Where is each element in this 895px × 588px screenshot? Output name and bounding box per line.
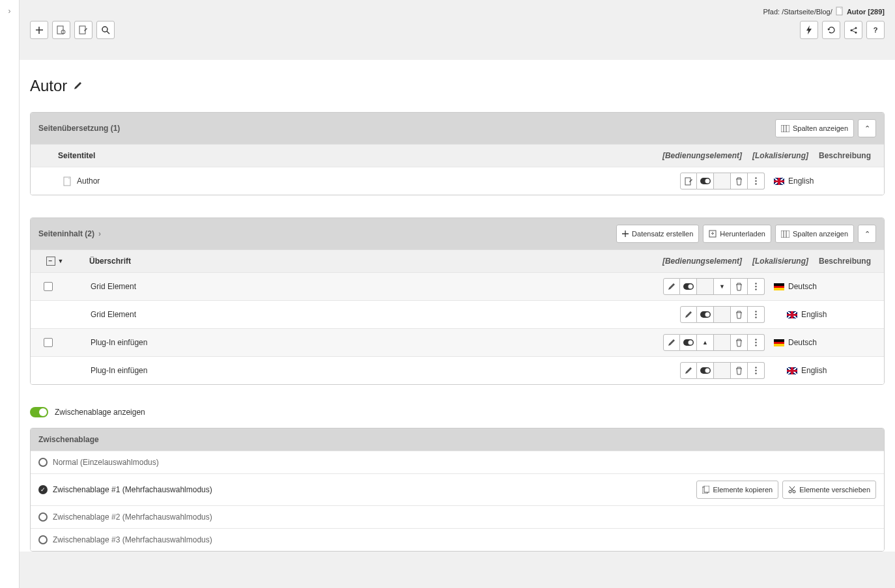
- chevron-up-icon: ⌃: [864, 124, 870, 133]
- clipboard-option[interactable]: Normal (Einzelauswahlmodus): [31, 451, 884, 473]
- refresh-button[interactable]: [822, 21, 840, 39]
- edit-button[interactable]: [680, 306, 697, 323]
- row-checkbox[interactable]: [44, 282, 53, 291]
- search-button[interactable]: [96, 21, 115, 39]
- chevron-down-icon[interactable]: ▼: [58, 258, 64, 264]
- dots-icon: [755, 311, 757, 318]
- svg-point-40: [755, 370, 756, 371]
- content-row: Grid Element ▼ Deutsch: [31, 272, 884, 300]
- share-button[interactable]: [844, 21, 862, 39]
- delete-button[interactable]: [731, 173, 748, 189]
- content-panel: Seiteninhalt (2) › Datensatz erstellen H…: [30, 217, 885, 385]
- delete-button[interactable]: [731, 306, 748, 323]
- content-row: Grid Element English: [31, 300, 884, 328]
- clipboard-option[interactable]: Zwischenablage #3 (Mehrfachauswahlmodus): [31, 528, 884, 551]
- row-checkbox[interactable]: [44, 338, 53, 347]
- dots-icon: [755, 367, 757, 374]
- svg-point-27: [755, 311, 756, 312]
- toggle-button[interactable]: [680, 334, 697, 351]
- col-beschreibung: Beschreibung: [814, 151, 876, 160]
- create-record-button[interactable]: Datensatz erstellen: [616, 225, 699, 243]
- flag-de-icon: [774, 339, 784, 346]
- radio-off-icon: [38, 535, 48, 544]
- delete-button[interactable]: [731, 278, 748, 295]
- view-page-button[interactable]: [52, 21, 70, 39]
- row-title: Author: [77, 176, 100, 186]
- toggle-button[interactable]: [697, 306, 714, 323]
- download-button[interactable]: Herunterladen: [703, 225, 771, 243]
- toggle-button[interactable]: [697, 173, 714, 189]
- move-down-button[interactable]: ▼: [714, 278, 731, 295]
- download-icon: [709, 230, 717, 238]
- document-icon: [836, 7, 844, 16]
- svg-rect-17: [781, 231, 789, 238]
- page-title: Autor: [30, 77, 67, 95]
- svg-point-34: [755, 342, 756, 343]
- lang-label: English: [801, 366, 827, 375]
- delete-button[interactable]: [731, 362, 748, 379]
- trash-icon: [735, 177, 743, 186]
- svg-point-13: [755, 177, 756, 178]
- more-button[interactable]: [748, 173, 765, 189]
- triangle-up-icon: ▲: [702, 339, 708, 346]
- svg-point-15: [755, 183, 756, 184]
- svg-point-22: [755, 286, 756, 287]
- edit-button[interactable]: [680, 173, 697, 189]
- collapse-button[interactable]: ⌃: [858, 225, 876, 243]
- lang-label: Deutsch: [788, 338, 817, 347]
- plus-icon: [36, 27, 43, 34]
- svg-point-4: [102, 27, 107, 32]
- toggle-icon: [700, 367, 711, 374]
- toggle-button[interactable]: [697, 362, 714, 379]
- toggle-icon: [683, 339, 694, 346]
- dots-icon: [755, 177, 757, 185]
- collapse-all-button[interactable]: −: [46, 257, 55, 266]
- more-button[interactable]: [748, 362, 765, 379]
- move-up-button[interactable]: ▲: [697, 334, 714, 351]
- svg-point-38: [705, 369, 709, 373]
- trash-icon: [735, 367, 743, 375]
- col-beschreibung: Beschreibung: [814, 257, 876, 266]
- edit-button[interactable]: [680, 362, 697, 379]
- clipboard-option[interactable]: Zwischenablage #1 (Mehrfachauswahlmodus)…: [31, 473, 884, 505]
- more-button[interactable]: [748, 334, 765, 351]
- clipboard-switch[interactable]: [30, 407, 48, 417]
- new-record-button[interactable]: [30, 21, 48, 39]
- triangle-down-icon: ▼: [719, 283, 725, 290]
- cache-button[interactable]: [800, 21, 818, 39]
- breadcrumb: Pfad: /Startseite/Blog/ Autor [289]: [763, 7, 885, 16]
- page-view-icon: [57, 25, 66, 35]
- edit-title-button[interactable]: [74, 81, 83, 92]
- columns-button[interactable]: Spalten anzeigen: [775, 119, 854, 137]
- edit-button[interactable]: [663, 334, 680, 351]
- trash-icon: [735, 283, 743, 291]
- sidebar-toggle[interactable]: ›: [0, 0, 20, 588]
- copy-icon: [702, 486, 709, 494]
- cut-icon: [788, 486, 796, 494]
- svg-rect-43: [704, 486, 709, 492]
- radio-off-icon: [38, 458, 48, 467]
- edit-page-button[interactable]: [74, 21, 92, 39]
- delete-button[interactable]: [731, 334, 748, 351]
- clipboard-title: Zwischenablage: [31, 428, 884, 451]
- more-button[interactable]: [748, 278, 765, 295]
- clipboard-option[interactable]: Zwischenablage #2 (Mehrfachauswahlmodus): [31, 505, 884, 528]
- translations-panel: Seitenübersetzung (1) Spalten anzeigen ⌃…: [30, 112, 885, 195]
- columns-button[interactable]: Spalten anzeigen: [775, 225, 854, 243]
- svg-point-32: [688, 341, 692, 345]
- spacer-button: [697, 278, 714, 295]
- toggle-button[interactable]: [680, 278, 697, 295]
- clipboard-panel: Zwischenablage Normal (Einzelauswahlmodu…: [30, 428, 885, 552]
- collapse-button[interactable]: ⌃: [858, 119, 876, 137]
- document-icon: [63, 176, 72, 186]
- edit-button[interactable]: [663, 278, 680, 295]
- move-elements-button[interactable]: Elemente verschieben: [782, 481, 876, 499]
- pencil-icon: [668, 339, 675, 346]
- flag-en-icon: [774, 178, 784, 185]
- copy-elements-button[interactable]: Elemente kopieren: [696, 481, 778, 499]
- help-button[interactable]: ?: [866, 21, 885, 39]
- svg-rect-8: [781, 125, 789, 132]
- more-button[interactable]: [748, 306, 765, 323]
- content-row: Plug-In einfügen ▲ Deutsch: [31, 328, 884, 356]
- help-icon: ?: [874, 26, 878, 34]
